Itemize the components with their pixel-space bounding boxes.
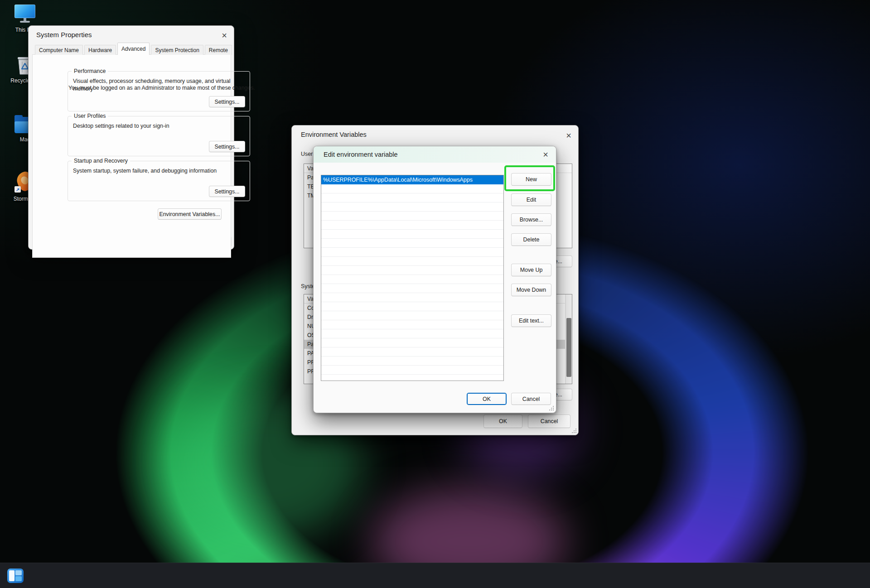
window-title: System Properties (36, 31, 92, 39)
close-icon[interactable] (563, 130, 575, 141)
group-description: Visual effects, processor scheduling, me… (73, 77, 242, 92)
tab-system-protection[interactable]: System Protection (151, 45, 203, 55)
browse-button[interactable]: Browse... (511, 213, 551, 226)
taskbar (0, 563, 870, 588)
performance-settings-button[interactable]: Settings... (209, 96, 245, 107)
group-description: Desktop settings related to your sign-in (73, 122, 242, 130)
cancel-button[interactable]: Cancel (511, 393, 551, 405)
startup-settings-button[interactable]: Settings... (209, 186, 245, 197)
edit-button[interactable]: Edit (511, 193, 551, 206)
variable-values-list[interactable]: %USERPROFILE%\AppData\Local\Microsoft\Wi… (321, 175, 504, 381)
group-title: Startup and Recovery (72, 158, 130, 164)
this-pc-icon (13, 4, 37, 24)
startup-recovery-group: Startup and Recovery System startup, sys… (68, 161, 250, 201)
delete-button[interactable]: Delete (511, 233, 551, 246)
tab-computer-name[interactable]: Computer Name (35, 45, 83, 55)
scrollbar-thumb[interactable] (566, 318, 571, 377)
tab-remote[interactable]: Remote (205, 45, 232, 55)
window-title: Edit environment variable (324, 151, 398, 158)
move-down-button[interactable]: Move Down (511, 284, 551, 296)
selected-list-item[interactable]: %USERPROFILE%\AppData\Local\Microsoft\Wi… (321, 175, 503, 184)
group-title: Performance (72, 68, 108, 74)
widgets-icon[interactable] (7, 569, 24, 583)
ok-button[interactable]: OK (467, 393, 507, 405)
close-icon[interactable] (540, 149, 551, 160)
tab-advanced[interactable]: Advanced (117, 43, 150, 55)
shortcut-arrow-icon (14, 186, 21, 193)
system-properties-dialog: System Properties Computer Name Hardware… (28, 25, 234, 250)
close-icon[interactable] (218, 30, 230, 41)
resize-grip[interactable] (571, 428, 576, 433)
user-profiles-group: User Profiles Desktop settings related t… (68, 116, 250, 156)
group-description: System startup, system failure, and debu… (73, 167, 242, 175)
resize-grip[interactable] (549, 405, 554, 410)
vertical-scrollbar[interactable] (565, 294, 572, 384)
edit-text-button[interactable]: Edit text... (511, 314, 551, 327)
window-title: Environment Variables (301, 131, 367, 138)
ok-button[interactable]: OK (483, 414, 522, 428)
cancel-button[interactable]: Cancel (528, 414, 570, 428)
tab-strip: Computer Name Hardware Advanced System P… (35, 44, 233, 55)
group-title: User Profiles (72, 113, 108, 119)
desktop: This PC Recycle Bin Mac Storm Co System … (0, 0, 870, 588)
edit-environment-variable-dialog: Edit environment variable %USERPROFILE%\… (313, 146, 556, 413)
performance-group: Performance Visual effects, processor sc… (68, 71, 250, 111)
environment-variables-button[interactable]: Environment Variables... (158, 208, 222, 220)
tab-hardware[interactable]: Hardware (84, 45, 116, 55)
move-up-button[interactable]: Move Up (511, 264, 551, 276)
user-profiles-settings-button[interactable]: Settings... (209, 141, 245, 152)
new-button-highlight (504, 165, 555, 191)
